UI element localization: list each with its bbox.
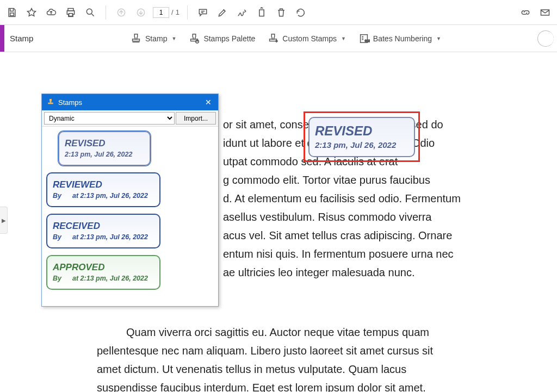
bates-numbering-dropdown[interactable]: 012 Bates Numbering ▼	[357, 30, 442, 47]
svg-text:012: 012	[365, 39, 370, 42]
ribbon: Stamp Stamp ▼ Stamps Palette Custom Stam…	[0, 25, 557, 52]
stamp-dropdown[interactable]: Stamp ▼	[129, 30, 177, 47]
star-icon[interactable]	[24, 5, 39, 20]
custom-stamps-label: Custom Stamps	[282, 34, 337, 43]
stamp-item-reviewed[interactable]: REVIEWED By at 2:13 pm, Jul 26, 2022	[46, 172, 160, 207]
stamp-label: RECEIVED	[53, 221, 154, 232]
highlight-icon[interactable]	[215, 5, 230, 20]
cloud-upload-icon[interactable]	[44, 5, 59, 20]
next-page-icon	[133, 5, 148, 20]
trash-icon[interactable]	[274, 5, 289, 20]
stamps-palette-label: Stamps Palette	[203, 34, 255, 43]
body-text: suspendisse faucibus interdum. Eget est …	[97, 378, 547, 392]
svg-rect-0	[10, 13, 14, 15]
stamp-by: By	[53, 192, 63, 200]
ribbon-right-control[interactable]	[537, 30, 554, 47]
stamp-label: APPROVED	[53, 263, 154, 273]
chevron-down-icon: ▼	[171, 36, 176, 41]
stamp-subtitle: 2:13 pm, Jul 26, 2022	[65, 151, 132, 158]
stamp-dropdown-label: Stamp	[145, 34, 167, 43]
body-text: entum nisi quis. In fermentum posuere ur…	[223, 245, 547, 263]
stamp-item-received[interactable]: RECEIVED By at 2:13 pm, Jul 26, 2022	[46, 214, 160, 248]
stamp-when: at 2:13 pm, Jul 26, 2022	[72, 192, 148, 200]
body-text: amet dictum. Ut venenatis tellus in metu…	[97, 360, 547, 378]
stamps-panel-controls: Dynamic Import...	[42, 110, 218, 127]
stamp-by: By	[53, 233, 63, 241]
placed-stamp-subtitle: 2:13 pm, Jul 26, 2022	[315, 140, 409, 150]
rotate-page-icon[interactable]	[254, 5, 269, 20]
body-text: d. At elementum eu facilisis sed odio. F…	[223, 189, 547, 208]
stamp-icon	[130, 33, 142, 45]
svg-rect-6	[259, 10, 264, 16]
stamp-item-approved[interactable]: APPROVED By at 2:13 pm, Jul 26, 2022	[46, 255, 160, 290]
stamps-list[interactable]: REVISED 2:13 pm, Jul 26, 2022 REVIEWED B…	[42, 127, 218, 306]
placed-stamp-title: REVISED	[315, 124, 409, 138]
stamps-panel-titlebar[interactable]: Stamps ✕	[42, 94, 218, 110]
body-text: asellus vestibulum. Risus commodo viverr…	[223, 208, 547, 226]
save-icon[interactable]	[4, 5, 20, 20]
mail-icon[interactable]	[537, 5, 553, 20]
comment-icon[interactable]	[195, 5, 211, 20]
custom-stamp-icon	[267, 33, 279, 45]
stamp-icon	[46, 98, 55, 107]
sign-icon[interactable]	[234, 5, 250, 20]
placed-stamp-selection[interactable]: REVISED 2:13 pm, Jul 26, 2022	[304, 111, 420, 162]
custom-stamps-dropdown[interactable]: Custom Stamps ▼	[266, 30, 347, 47]
undo-redo-icon[interactable]	[293, 5, 308, 20]
import-button[interactable]: Import...	[176, 112, 216, 125]
link-icon[interactable]	[518, 5, 533, 20]
page-indicator: / 1	[153, 7, 180, 18]
body-text: ae ultricies leo integer malesuada nunc.	[223, 263, 547, 282]
stamps-panel-title: Stamps	[58, 98, 82, 107]
svg-point-10	[196, 40, 199, 43]
chevron-down-icon: ▼	[436, 36, 441, 41]
bates-numbering-label: Bates Numbering	[373, 34, 432, 43]
stamp-label: REVISED	[65, 139, 144, 149]
stamp-label: REVIEWED	[53, 180, 154, 190]
svg-rect-14	[48, 103, 53, 104]
print-icon[interactable]	[63, 5, 78, 20]
page-current-input[interactable]	[153, 7, 169, 18]
prev-page-icon	[114, 5, 129, 20]
close-icon[interactable]: ✕	[203, 98, 214, 107]
zoom-icon[interactable]	[83, 5, 98, 20]
stamp-palette-icon	[188, 33, 200, 45]
stamp-item-revised[interactable]: REVISED 2:13 pm, Jul 26, 2022	[58, 131, 151, 166]
stamps-category-select[interactable]: Dynamic	[44, 112, 175, 125]
quick-toolbar: / 1	[0, 0, 557, 25]
page-sep: /	[171, 8, 174, 16]
body-text: pellentesque nec nam aliquam. Libero jus…	[97, 341, 547, 360]
bates-icon: 012	[358, 33, 370, 45]
page-total: 1	[176, 8, 180, 16]
ribbon-tab-label: Stamp	[4, 34, 127, 43]
chevron-down-icon: ▼	[341, 36, 346, 41]
stamp-by: By	[53, 275, 63, 282]
stamps-palette-button[interactable]: Stamps Palette	[187, 30, 256, 47]
svg-rect-8	[133, 39, 140, 41]
stamps-panel: Stamps ✕ Dynamic Import... REVISED 2:13 …	[41, 94, 219, 307]
svg-point-3	[86, 9, 92, 14]
body-text: acus vel. Sit amet tellus cras adipiscin…	[223, 226, 547, 245]
body-text: g commodo elit. Tortor vitae purus fauci…	[223, 171, 547, 189]
placed-stamp[interactable]: REVISED 2:13 pm, Jul 26, 2022	[308, 117, 415, 157]
stamp-when: at 2:13 pm, Jul 26, 2022	[72, 233, 148, 241]
stamp-when: at 2:13 pm, Jul 26, 2022	[72, 275, 148, 282]
svg-rect-2	[69, 13, 73, 16]
ribbon-accent	[0, 25, 4, 52]
body-text: Quam viverra orci sagittis eu. Auctor ne…	[97, 323, 547, 341]
